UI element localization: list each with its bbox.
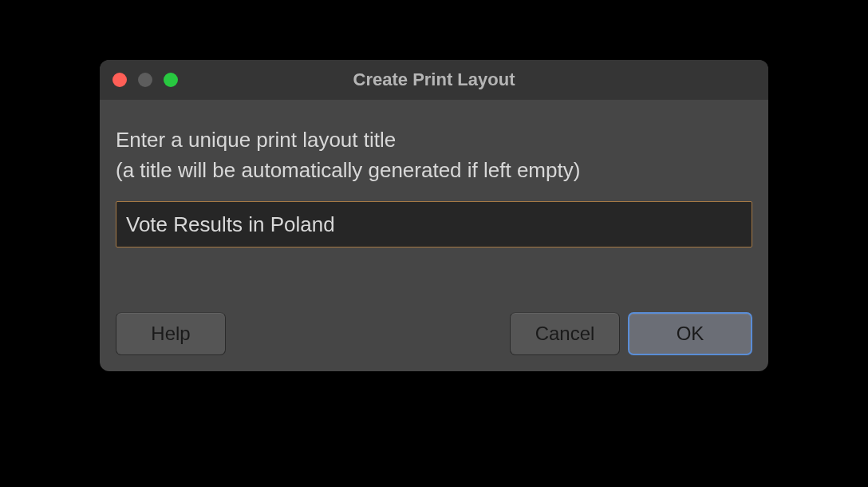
minimize-icon bbox=[138, 73, 152, 87]
window-controls bbox=[112, 73, 178, 87]
right-buttons: Cancel OK bbox=[510, 312, 752, 355]
prompt-text: Enter a unique print layout title (a tit… bbox=[116, 125, 752, 185]
create-print-layout-dialog: Create Print Layout Enter a unique print… bbox=[100, 60, 768, 371]
maximize-icon[interactable] bbox=[164, 73, 178, 87]
ok-button[interactable]: OK bbox=[628, 312, 752, 355]
help-button[interactable]: Help bbox=[116, 312, 226, 355]
layout-title-input[interactable] bbox=[116, 201, 752, 247]
close-icon[interactable] bbox=[112, 73, 127, 87]
prompt-line-1: Enter a unique print layout title bbox=[116, 125, 752, 156]
titlebar: Create Print Layout bbox=[100, 60, 768, 100]
dialog-title: Create Print Layout bbox=[100, 69, 768, 90]
dialog-body: Enter a unique print layout title (a tit… bbox=[100, 100, 768, 371]
cancel-button[interactable]: Cancel bbox=[510, 312, 620, 355]
prompt-line-2: (a title will be automatically generated… bbox=[116, 156, 752, 186]
button-row: Help Cancel OK bbox=[116, 296, 752, 355]
